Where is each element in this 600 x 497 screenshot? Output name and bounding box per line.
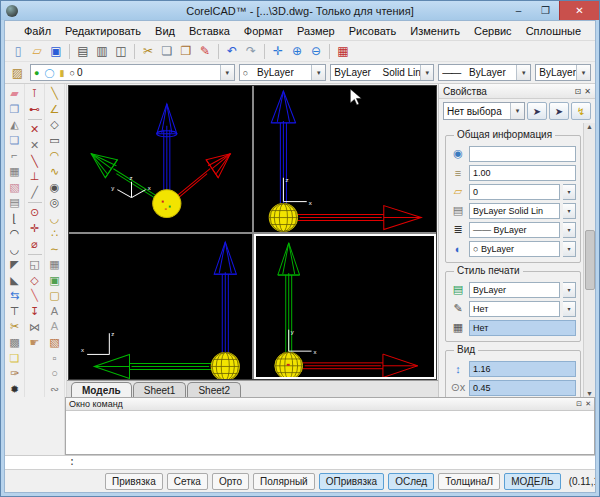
layer-combo[interactable]: ●◯▮○ 0 ▾	[30, 64, 235, 81]
snap-quadrant-icon[interactable]: ◇	[26, 273, 44, 289]
ellipse-icon[interactable]: ◎	[46, 195, 64, 211]
stamp-icon[interactable]: ▧	[6, 179, 24, 195]
zoom-in-icon[interactable]: ⊕	[288, 43, 306, 60]
print-style-colors-value[interactable]: ByLayer	[469, 282, 560, 298]
circle-icon[interactable]: ◉	[46, 179, 64, 195]
snap-from-icon[interactable]: ↧	[26, 304, 44, 320]
linecolor-combo[interactable]: ○ ByLayer ▾	[239, 64, 326, 81]
lengthen-icon[interactable]: ⊤	[6, 304, 24, 320]
menu-4[interactable]: Вставка	[182, 23, 237, 39]
menu-8[interactable]: Изменить	[403, 23, 467, 39]
chamfer-icon[interactable]: ◤	[6, 257, 24, 273]
corner-trim-icon[interactable]: ⌊	[6, 210, 24, 226]
minimize-button[interactable]: –	[505, 1, 532, 20]
menu-3[interactable]: Вид	[148, 23, 182, 39]
eraser-icon[interactable]: ▰	[6, 86, 24, 102]
insert-block-icon[interactable]: ▣	[46, 273, 64, 289]
viewport-right-active[interactable]: y x	[254, 234, 437, 380]
close-panel-icon[interactable]: ✕	[584, 87, 591, 96]
select-lasso-icon[interactable]: ∾	[46, 381, 64, 397]
chevron-down-icon[interactable]: ▾	[563, 301, 576, 317]
plotstyle-combo[interactable]: ByLayer ▾	[535, 64, 591, 81]
hatch-icon[interactable]: ▦	[46, 257, 64, 273]
menu-2[interactable]: Редактировать	[58, 23, 148, 39]
pattern-array-icon[interactable]: ▦	[6, 164, 24, 180]
status-toggle-опривязка[interactable]: ОПривязка	[319, 473, 384, 490]
select-entities-button[interactable]: ➤	[527, 102, 547, 120]
save-icon[interactable]: ▣	[47, 43, 65, 60]
snap-nearest-icon[interactable]: ╲	[26, 153, 44, 169]
snap-insert-icon[interactable]: ◱	[26, 257, 44, 273]
tab-sheet2[interactable]: Sheet2	[187, 382, 241, 397]
line-icon[interactable]: ╲	[46, 86, 64, 102]
snap-node-icon[interactable]: ✛	[26, 221, 44, 237]
chevron-down-icon[interactable]: ▾	[420, 65, 433, 80]
chevron-down-icon[interactable]: ▾	[563, 203, 576, 219]
snap-perpendicular-icon[interactable]: ⊥	[26, 169, 44, 185]
freehand-icon[interactable]: ∼	[46, 241, 64, 257]
select-circle-icon[interactable]: ○	[46, 366, 64, 382]
chevron-down-icon[interactable]: ▾	[563, 184, 576, 200]
chevron-down-icon[interactable]: ▾	[516, 65, 530, 80]
menu-10[interactable]: Сплошные	[519, 23, 588, 39]
tab-sheet1[interactable]: Sheet1	[133, 382, 187, 397]
point-multiple-icon[interactable]: ∴	[46, 226, 64, 242]
close-button[interactable]: ✕	[559, 1, 599, 20]
snap-center-icon[interactable]: ⊙	[26, 205, 44, 221]
menu-7[interactable]: Рисовать	[342, 23, 404, 39]
polyline-icon[interactable]: ∠	[46, 102, 64, 118]
print-style-pen-value[interactable]: Нет	[469, 301, 560, 317]
weld-hatch-icon[interactable]: ▩	[6, 335, 24, 351]
status-toggle-полярный[interactable]: Полярный	[253, 473, 315, 490]
copy-entity-icon[interactable]: ❐	[6, 102, 24, 118]
snap-intersection-icon[interactable]: ✕	[26, 122, 44, 138]
edit-component-icon[interactable]: ✑	[6, 366, 24, 382]
view-center-x-value[interactable]: 0.45	[469, 380, 576, 396]
quick-select-button[interactable]: ↯	[571, 102, 591, 120]
lineweight-value[interactable]: —— ByLayer	[469, 222, 560, 238]
chamfer-alt-icon[interactable]: ◣	[6, 273, 24, 289]
linestyle-combo[interactable]: ByLayer Solid Line ▾	[330, 64, 434, 81]
scroll-down-icon[interactable]: ▼	[586, 390, 593, 397]
menu-9[interactable]: Сервис	[467, 23, 519, 39]
note-icon[interactable]: A	[46, 319, 64, 335]
ref-point-icon[interactable]: ⊺	[26, 86, 44, 102]
offset-icon[interactable]: ⌐	[6, 148, 24, 164]
print-batch-icon[interactable]: ▥	[93, 43, 111, 60]
restore-button[interactable]: ❐	[532, 1, 559, 20]
cut-icon[interactable]: ✂	[139, 43, 157, 60]
print-icon[interactable]: ▤	[74, 43, 92, 60]
stretch-icon[interactable]: ⇆	[6, 288, 24, 304]
lineweight-combo[interactable]: —— ByLayer ▾	[438, 64, 531, 81]
explode-icon[interactable]: ✹	[6, 381, 24, 397]
chevron-down-icon[interactable]: ▾	[576, 65, 590, 80]
snap-parallel-icon[interactable]: ╱	[26, 185, 44, 201]
color-grid-icon[interactable]: ▦	[334, 43, 352, 60]
status-toggle-сетка[interactable]: Сетка	[167, 473, 208, 490]
select-filter-button[interactable]: ➤	[549, 102, 569, 120]
tab-модель[interactable]: Модель	[71, 382, 132, 397]
open-drawing-icon[interactable]: ▱	[28, 43, 46, 60]
float-panel-icon[interactable]: ⊡	[576, 400, 582, 408]
status-toggle-орто[interactable]: Орто	[212, 473, 249, 490]
arc-icon[interactable]: ◠	[46, 148, 64, 164]
chevron-down-icon[interactable]: ▾	[220, 65, 234, 80]
linescale-value[interactable]: 1.00	[469, 165, 576, 181]
rectangle-icon[interactable]: ▭	[46, 133, 64, 149]
hyperlink-globe-value[interactable]	[469, 146, 576, 162]
linecolor-value[interactable]: ○ ByLayer	[469, 241, 560, 257]
polygon-icon[interactable]: ◇	[46, 117, 64, 133]
menu-1[interactable]: Файл	[17, 23, 58, 39]
snap-apparent-intersection-icon[interactable]: ✕	[26, 138, 44, 154]
layer-folder-value[interactable]: 0	[469, 184, 560, 200]
menu-5[interactable]: Формат	[237, 23, 290, 39]
ref-segment-icon[interactable]: ⊷	[26, 102, 44, 118]
paste-icon[interactable]: ❐	[177, 43, 195, 60]
print-preview-icon[interactable]: ◫	[112, 43, 130, 60]
status-toggle-ослед[interactable]: ОСлед	[388, 473, 434, 490]
fillet-reverse-icon[interactable]: ◡	[6, 241, 24, 257]
cells-icon[interactable]: ▤	[6, 195, 24, 211]
float-panel-icon[interactable]: ⊡	[575, 87, 582, 96]
chevron-down-icon[interactable]: ▾	[563, 282, 576, 298]
format-paint-icon[interactable]: ✎	[196, 43, 214, 60]
